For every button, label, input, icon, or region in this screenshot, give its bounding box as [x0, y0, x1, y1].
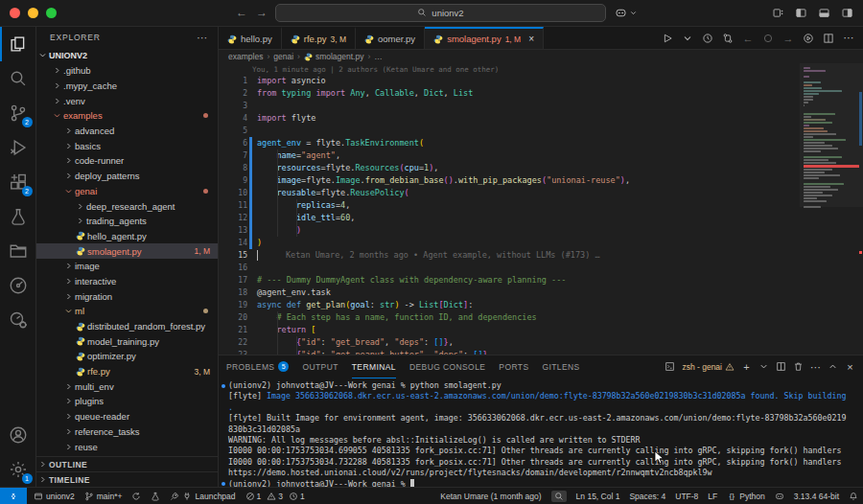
- panel-tab-debug-console[interactable]: DEBUG CONSOLE: [409, 355, 485, 378]
- editor-action-chevron-down[interactable]: [682, 33, 693, 44]
- code-line-1[interactable]: 1import asyncio: [219, 75, 800, 87]
- history-back-button[interactable]: ←: [236, 7, 247, 19]
- code-line-15[interactable]: 15Ketan Umare, 2 months ago • Agent exam…: [219, 249, 800, 262]
- breadcrumb-item[interactable]: smolagent.py: [304, 52, 364, 61]
- status-copilot-status[interactable]: [770, 488, 789, 504]
- activity-source-control[interactable]: 2: [0, 96, 36, 130]
- status-encoding[interactable]: UTF-8: [670, 488, 703, 504]
- tree-item-advanced[interactable]: advanced: [36, 124, 218, 139]
- tab-rfe.py[interactable]: rfe.py3, M: [282, 27, 356, 49]
- tree-root[interactable]: UNIONV2: [36, 48, 218, 63]
- minimize-window-button[interactable]: [28, 8, 38, 18]
- close-tab-icon[interactable]: ×: [528, 34, 534, 44]
- tab-smolagent.py[interactable]: smolagent.py1, M×: [425, 27, 544, 49]
- tree-item-plugins[interactable]: plugins: [36, 394, 218, 409]
- code-line-8[interactable]: 8 resources=flyte.Resources(cpu=1),: [219, 162, 800, 174]
- panel-action-plus[interactable]: +: [741, 361, 752, 373]
- code-line-19[interactable]: 19async def get_plan(goal: str) -> List[…: [219, 299, 800, 311]
- code-line-12[interactable]: 12 idle_ttl=60,: [219, 212, 800, 224]
- editor-action-nav-back[interactable]: ←: [742, 33, 754, 44]
- panel-tab-ports[interactable]: PORTS: [499, 355, 528, 378]
- code-line-3[interactable]: 3: [219, 100, 800, 112]
- history-forward-button[interactable]: →: [256, 7, 268, 19]
- editor-action-more[interactable]: ⋯: [843, 33, 854, 44]
- tree-item-trading_agents[interactable]: trading_agents: [36, 214, 218, 229]
- status-cursor-position[interactable]: Ln 15, Col 1: [571, 488, 625, 504]
- code-line-7[interactable]: 7 name="agent",: [219, 149, 800, 162]
- code-line-18[interactable]: 18@agent_env.task: [219, 286, 800, 299]
- overview-ruler[interactable]: [857, 63, 863, 355]
- sidebar-section-timeline[interactable]: TIMELINE: [36, 471, 218, 487]
- minimap[interactable]: [800, 63, 863, 355]
- panel-action-split-editor[interactable]: [776, 361, 786, 374]
- code-line-5[interactable]: 5: [219, 125, 800, 137]
- panel-action-close[interactable]: ×: [845, 361, 855, 373]
- tree-item-reuse[interactable]: reuse: [36, 439, 218, 454]
- status-python-version[interactable]: 3.13.4 64-bit: [789, 488, 844, 504]
- explorer-more-actions-button[interactable]: ⋯: [197, 32, 208, 44]
- activity-settings[interactable]: 1: [0, 452, 36, 487]
- editor-action-run-circle[interactable]: [803, 33, 814, 44]
- code-line-11[interactable]: 11 replicas=4,: [219, 199, 800, 212]
- status-indentation[interactable]: Spaces: 4: [624, 488, 670, 504]
- editor[interactable]: You, 1 minute ago | 2 authors (Ketan Uma…: [219, 63, 863, 355]
- tree-item-smolagent.py[interactable]: smolagent.py1, M: [36, 243, 218, 259]
- command-decoration[interactable]: [222, 482, 225, 486]
- panel-action-trash[interactable]: [793, 361, 804, 374]
- activity-testing[interactable]: [0, 199, 36, 234]
- editor-action-history[interactable]: [702, 33, 713, 44]
- status-launchpad[interactable]: Launchpad: [165, 488, 240, 504]
- status-notifications[interactable]: [844, 488, 863, 504]
- tree-item-migration[interactable]: migration: [36, 288, 218, 304]
- panel-action-more[interactable]: ⋯: [810, 362, 821, 373]
- activity-remote-explorer[interactable]: [0, 234, 36, 268]
- status-language[interactable]: {}Python: [722, 488, 769, 504]
- tree-item-deploy_patterns[interactable]: deploy_patterns: [36, 169, 218, 184]
- tree-item-hello_agent.py[interactable]: hello_agent.py: [36, 229, 218, 244]
- breadcrumb-item[interactable]: examples: [228, 52, 263, 61]
- tree-item-code-runner[interactable]: code-runner: [36, 153, 218, 169]
- activity-explorer[interactable]: [0, 27, 36, 61]
- tree-item-reference_tasks[interactable]: reference_tasks: [36, 424, 218, 440]
- code-line-21[interactable]: 21 return [: [219, 324, 800, 336]
- code-line-17[interactable]: 17# --- Dummy DummyAgent class with depe…: [219, 274, 800, 286]
- editor-action-split-editor[interactable]: [823, 33, 834, 44]
- code-line-9[interactable]: 9 image=flyte.Image.from_debian_base().w…: [219, 174, 800, 187]
- breadcrumb-item[interactable]: …: [374, 52, 383, 61]
- tree-item-model_training.py[interactable]: model_training.py: [36, 333, 218, 349]
- command-center[interactable]: unionv2: [275, 4, 606, 22]
- code-line-4[interactable]: 4import flyte: [219, 112, 800, 125]
- status-remote[interactable]: [0, 488, 27, 504]
- tree-item-genai[interactable]: genai: [36, 184, 218, 199]
- tab-oomer.py[interactable]: oomer.py: [356, 27, 425, 49]
- activity-extension-view-a[interactable]: [0, 268, 36, 303]
- status-zoom-indicator[interactable]: [547, 488, 571, 504]
- command-decoration[interactable]: [222, 384, 225, 388]
- tree-item-optimizer.py[interactable]: optimizer.py: [36, 349, 218, 364]
- tree-item-multi_env[interactable]: multi_env: [36, 378, 218, 394]
- panel-action-chevron-down[interactable]: [758, 361, 769, 374]
- code-line-22[interactable]: 22 {"id": "get_bread", "deps": []},: [219, 336, 800, 349]
- editor-action-play[interactable]: [662, 33, 673, 44]
- zoom-window-button[interactable]: [46, 8, 57, 18]
- code-line-14[interactable]: 14): [219, 237, 800, 249]
- panel-tab-gitlens[interactable]: GITLENS: [542, 355, 579, 378]
- panel-left-button[interactable]: [795, 7, 807, 21]
- tree-item-deep_research_agent[interactable]: deep_research_agent: [36, 198, 218, 214]
- activity-extension-view-b[interactable]: [0, 303, 36, 337]
- code-line-13[interactable]: 13 ): [219, 224, 800, 237]
- tree-item-ml[interactable]: ml: [36, 304, 218, 319]
- tree-item-queue-reader[interactable]: queue-reader: [36, 409, 218, 424]
- breadcrumb-item[interactable]: genai: [273, 52, 293, 61]
- code-line-6[interactable]: 6agent_env = flyte.TaskEnvironment(: [219, 137, 800, 149]
- terminal-title[interactable]: zsh - genai: [682, 362, 735, 372]
- layout-customize-button[interactable]: [772, 7, 784, 21]
- code-line-16[interactable]: 16: [219, 262, 800, 274]
- code-line-23[interactable]: 23 {"id": "get_peanut_butter", "deps": […: [219, 349, 800, 355]
- tab-hello.py[interactable]: hello.py: [219, 27, 282, 49]
- panel-bottom-button[interactable]: [818, 7, 830, 21]
- panel-action-chevron-up[interactable]: [828, 361, 838, 374]
- minimap-slider[interactable]: [800, 63, 863, 207]
- panel-right-button[interactable]: [841, 7, 853, 21]
- status-eol[interactable]: LF: [703, 488, 722, 504]
